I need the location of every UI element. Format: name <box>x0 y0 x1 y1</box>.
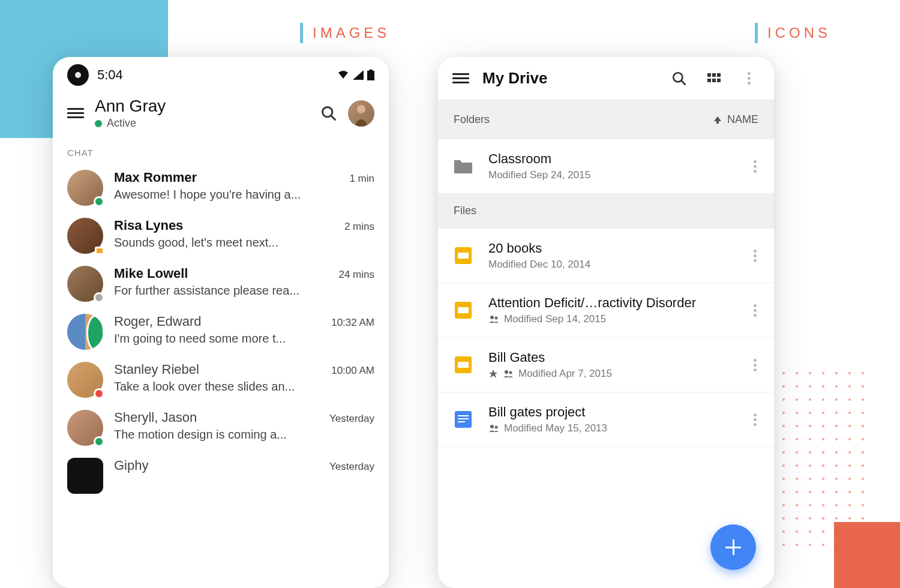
search-button[interactable] <box>320 105 337 122</box>
drive-item-meta: Modified Sep 24, 2015 <box>488 169 736 181</box>
svg-line-5 <box>681 80 685 85</box>
sort-button[interactable]: NAME <box>713 113 758 126</box>
menu-icon[interactable] <box>452 73 469 83</box>
svg-rect-6 <box>707 73 711 77</box>
status-badge-green <box>86 315 103 350</box>
drive-file-row[interactable]: Bill gates project Modified May 15, 2013 <box>438 392 774 447</box>
chat-item[interactable]: Stanley Riebel10:00 AMTake a look over t… <box>53 356 389 404</box>
docs-icon <box>451 407 475 431</box>
drive-file-row[interactable]: Attention Deficit/…ractivity Disorder Mo… <box>438 283 774 338</box>
chat-name: Giphy <box>114 458 148 473</box>
slides-icon <box>451 298 475 322</box>
drive-app-screen: My Drive Folders NAME Classroom Modified… <box>438 57 774 588</box>
heading-images: IMAGES <box>300 23 390 43</box>
item-more-icon[interactable] <box>749 160 761 173</box>
chat-app-screen: 5:04 Ann Gray Active CHAT Max Rommer1 mi… <box>53 57 389 588</box>
battery-icon <box>367 70 374 80</box>
status-badge-green <box>94 196 104 207</box>
svg-rect-1 <box>369 70 373 71</box>
chat-avatar <box>67 314 103 350</box>
chat-name: Risa Lynes <box>114 218 183 233</box>
folders-label: Folders <box>454 113 490 126</box>
chat-item[interactable]: Max Rommer1 minAwesome! I hope you're ha… <box>53 164 389 212</box>
svg-point-17 <box>495 317 498 320</box>
folder-icon <box>451 154 475 178</box>
shared-icon <box>488 315 499 323</box>
add-button[interactable] <box>710 524 756 570</box>
chat-avatar <box>67 266 103 302</box>
drive-item-name: Bill Gates <box>488 350 736 365</box>
chat-header: Ann Gray Active <box>53 91 389 138</box>
item-more-icon[interactable] <box>749 304 761 317</box>
chat-time: Yesterday <box>329 461 374 473</box>
status-badge-video <box>95 247 104 255</box>
chat-item[interactable]: GiphyYesterday <box>53 452 389 500</box>
drive-file-row[interactable]: 20 books Modified Dec 10, 2014 <box>438 229 774 283</box>
chat-time: Yesterday <box>329 413 374 425</box>
status-badge-green <box>94 436 104 447</box>
chat-preview: Take a look over these slides an... <box>114 380 374 394</box>
chat-item[interactable]: Sheryll, JasonYesterdayThe motion design… <box>53 404 389 452</box>
status-badge-gray <box>94 292 104 303</box>
svg-rect-11 <box>717 79 721 82</box>
chat-time: 1 min <box>349 173 374 185</box>
drive-item-name: Classroom <box>488 151 736 167</box>
arrow-up-icon <box>713 115 722 125</box>
status-time: 5:04 <box>97 67 123 83</box>
svg-point-26 <box>490 425 494 428</box>
chat-section-label: CHAT <box>53 138 389 164</box>
svg-rect-9 <box>707 79 711 82</box>
heading-icons: ICONS <box>755 23 831 43</box>
svg-rect-0 <box>367 71 374 80</box>
decorative-red-square <box>834 522 900 588</box>
slides-icon <box>451 244 475 268</box>
drive-item-name: Bill gates project <box>488 404 736 420</box>
wifi-icon <box>337 70 349 80</box>
current-user-name: Ann Gray <box>95 97 310 116</box>
chat-preview: Awesome! I hope you're having a... <box>114 188 374 202</box>
active-status-dot <box>95 120 102 127</box>
drive-item-meta: Modified May 15, 2013 <box>488 422 736 434</box>
chat-item[interactable]: Risa Lynes2 minsSounds good, let's meet … <box>53 212 389 260</box>
chat-item[interactable]: Roger, Edward10:32 AMI'm going to need s… <box>53 308 389 356</box>
chat-name: Mike Lowell <box>114 266 188 281</box>
grid-view-icon[interactable] <box>703 71 725 86</box>
signal-icon <box>353 70 364 80</box>
svg-point-27 <box>495 426 498 429</box>
item-more-icon[interactable] <box>749 359 761 371</box>
status-icons <box>337 70 374 80</box>
item-more-icon[interactable] <box>749 250 761 262</box>
drive-item-name: Attention Deficit/…ractivity Disorder <box>488 295 736 311</box>
drive-folder-row[interactable]: Classroom Modified Sep 24, 2015 <box>438 139 774 194</box>
svg-rect-8 <box>717 73 721 77</box>
drive-title: My Drive <box>482 69 655 88</box>
chat-item[interactable]: Mike Lowell24 minsFor further assistance… <box>53 260 389 308</box>
heading-icons-text: ICONS <box>767 25 831 41</box>
profile-avatar[interactable] <box>348 100 374 127</box>
drive-item-meta: Modified Dec 10, 2014 <box>488 259 736 271</box>
more-icon[interactable] <box>738 72 760 85</box>
shared-icon <box>488 424 499 433</box>
chat-avatar <box>67 218 103 254</box>
svg-rect-25 <box>458 421 465 422</box>
search-button[interactable] <box>668 71 690 86</box>
chat-preview: The motion design is coming a... <box>114 428 374 442</box>
svg-point-16 <box>490 316 494 319</box>
drive-file-row[interactable]: Bill Gates Modified Apr 7, 2015 <box>438 338 774 392</box>
chat-name: Max Rommer <box>114 170 197 185</box>
current-user-status: Active <box>95 117 310 130</box>
chat-time: 2 mins <box>344 221 374 233</box>
chat-preview: I'm going to need some more t... <box>114 332 374 346</box>
svg-rect-23 <box>458 415 469 416</box>
status-bar: 5:04 <box>53 57 389 91</box>
camera-icon <box>67 64 89 86</box>
item-more-icon[interactable] <box>749 413 761 426</box>
svg-rect-24 <box>458 418 469 419</box>
svg-point-20 <box>505 370 508 374</box>
menu-icon[interactable] <box>67 108 84 118</box>
chat-time: 24 mins <box>338 269 374 281</box>
chat-preview: Sounds good, let's meet next... <box>114 236 374 250</box>
chat-name: Sheryll, Jason <box>114 410 197 425</box>
svg-line-3 <box>331 115 335 119</box>
chat-time: 10:32 AM <box>331 317 374 329</box>
